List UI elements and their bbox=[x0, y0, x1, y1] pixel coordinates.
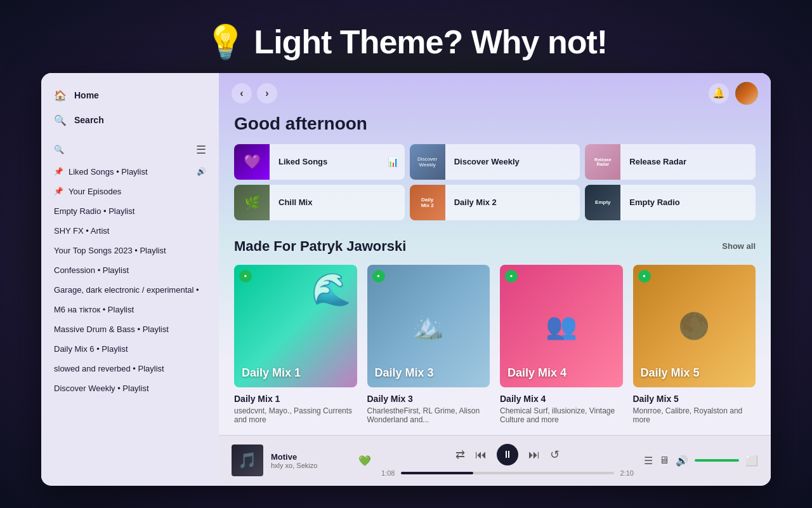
sidebar-nav: 🏠 Home 🔍 Search bbox=[41, 73, 219, 138]
forward-button[interactable]: › bbox=[257, 83, 277, 104]
daily-mix-card-1[interactable]: ● Daily Mix 1 🌊 Daily Mix 1 usedcvnt, Ma… bbox=[234, 265, 357, 425]
sidebar-search-label: Search bbox=[74, 115, 104, 125]
current-time: 1:08 bbox=[381, 469, 395, 477]
show-all-button[interactable]: Show all bbox=[722, 241, 756, 251]
home-icon: 🏠 bbox=[54, 90, 67, 102]
playlist-label: Massive Drum & Bass • Playlist bbox=[54, 324, 169, 334]
progress-bar[interactable] bbox=[401, 472, 613, 474]
card-label: Daily Mix 2 bbox=[445, 197, 580, 207]
daily-mix-thumb-1: ● Daily Mix 1 🌊 bbox=[234, 265, 357, 388]
daily-mix-name: Daily Mix 4 bbox=[500, 394, 623, 404]
heart-button[interactable]: 💚 bbox=[358, 455, 371, 467]
daily-mix-name: Daily Mix 1 bbox=[234, 394, 357, 404]
sidebar-item-garage-dark[interactable]: Garage, dark electronic / experimental • bbox=[41, 280, 219, 300]
sidebar-item-massive-drum[interactable]: Massive Drum & Bass • Playlist bbox=[41, 319, 219, 339]
library-search-icon: 🔍 bbox=[54, 145, 64, 154]
card-label: Chill Mix bbox=[270, 197, 405, 207]
next-button[interactable]: ⏭ bbox=[528, 448, 540, 462]
app-window: 🏠 Home 🔍 Search 🔍 ☰ bbox=[41, 73, 771, 486]
playlist-label: Discover Weekly • Playlist bbox=[54, 384, 149, 393]
playlist-label: Garage, dark electronic / experimental • bbox=[54, 285, 199, 295]
library-search[interactable]: 🔍 bbox=[54, 145, 64, 154]
player-track-artist: hxly xo, Sekizo bbox=[271, 462, 351, 469]
bg-visual: 👥 bbox=[500, 265, 623, 388]
card-thumb-chill: 🌿 bbox=[234, 185, 270, 220]
topbar-right: 🔔 bbox=[709, 82, 758, 105]
title-area: 💡 Light Theme? Why not! bbox=[205, 23, 607, 62]
notification-button[interactable]: 🔔 bbox=[709, 83, 729, 104]
sidebar-library: 🔍 ☰ 📌 Liked Songs • Playlist 🔊 📌 Your Ep… bbox=[41, 138, 219, 486]
card-label: Discover Weekly bbox=[445, 157, 580, 166]
quick-card-liked-songs[interactable]: 💜 Liked Songs 📊 bbox=[234, 144, 405, 180]
player-buttons: ⇄ ⏮ ⏸ ⏭ ↺ bbox=[455, 444, 560, 465]
quick-card-release-radar[interactable]: ReleaseRadar Release Radar bbox=[585, 144, 756, 180]
playlist-label: Empty Radio • Playlist bbox=[54, 206, 134, 216]
volume-button[interactable]: 🔊 bbox=[676, 455, 688, 467]
main-content: ‹ › 🔔 Good afternoon � bbox=[219, 73, 771, 486]
playlist-label: М6 на тікток • Playlist bbox=[54, 305, 134, 314]
card-play-icon: 📊 bbox=[388, 157, 405, 167]
devices-button[interactable]: 🖥 bbox=[659, 455, 669, 466]
sidebar-item-daily-mix-6[interactable]: Daily Mix 6 • Playlist bbox=[41, 339, 219, 359]
library-header: 🔍 ☰ bbox=[41, 138, 219, 162]
player-progress: 1:08 2:10 bbox=[381, 469, 634, 477]
repeat-button[interactable]: ↺ bbox=[550, 448, 560, 462]
play-pause-button[interactable]: ⏸ bbox=[497, 444, 518, 465]
content-scroll: Good afternoon 💜 Liked Songs 📊 DiscoverW… bbox=[219, 114, 771, 435]
card-label: Release Radar bbox=[620, 157, 756, 166]
daily-mix-grid: ● Daily Mix 1 🌊 Daily Mix 1 usedcvnt, Ma… bbox=[234, 265, 756, 425]
daily-mix-name: Daily Mix 3 bbox=[367, 394, 490, 404]
playlist-label: Daily Mix 6 • Playlist bbox=[54, 344, 128, 354]
quick-card-discover-weekly[interactable]: DiscoverWeekly Discover Weekly bbox=[410, 144, 580, 180]
sidebar-item-slowed[interactable]: slowed and reverbed • Playlist bbox=[41, 359, 219, 378]
playlist-label: Your Top Songs 2023 • Playlist bbox=[54, 246, 166, 255]
playlist-label: Liked Songs • Playlist bbox=[69, 167, 148, 177]
sidebar-item-liked-songs[interactable]: 📌 Liked Songs • Playlist 🔊 bbox=[41, 162, 219, 182]
page-title: 💡 Light Theme? Why not! bbox=[205, 23, 607, 62]
sidebar-item-confession[interactable]: Confession • Playlist bbox=[41, 260, 219, 280]
prev-button[interactable]: ⏮ bbox=[475, 448, 487, 462]
playlist-label: Your Episodes bbox=[69, 187, 121, 196]
daily-mix-card-3[interactable]: ● Daily Mix 3 🏔️ Daily Mix 3 CharlestheF… bbox=[367, 265, 490, 425]
sidebar-item-top-2023[interactable]: Your Top Songs 2023 • Playlist bbox=[41, 241, 219, 260]
volume-bar[interactable] bbox=[695, 459, 739, 462]
fullscreen-button[interactable]: ⬜ bbox=[745, 455, 758, 467]
player-controls: ⇄ ⏮ ⏸ ⏭ ↺ 1:08 2:10 bbox=[381, 444, 634, 477]
section-header: Made For Patryk Jaworski Show all bbox=[234, 238, 756, 255]
quick-card-chill-mix[interactable]: 🌿 Chill Mix bbox=[234, 185, 405, 220]
section-title: Made For Patryk Jaworski bbox=[234, 238, 406, 255]
sidebar: 🏠 Home 🔍 Search 🔍 ☰ bbox=[41, 73, 219, 486]
daily-mix-name: Daily Mix 5 bbox=[633, 394, 756, 404]
sidebar-item-discover-weekly[interactable]: Discover Weekly • Playlist bbox=[41, 378, 219, 398]
search-icon: 🔍 bbox=[54, 114, 67, 126]
sidebar-item-search[interactable]: 🔍 Search bbox=[41, 108, 219, 133]
card-label: Liked Songs bbox=[270, 157, 388, 166]
daily-mix-thumb-3: ● Daily Mix 3 🏔️ bbox=[367, 265, 490, 388]
quick-card-daily-mix-2[interactable]: DailyMix 2 Daily Mix 2 bbox=[410, 185, 580, 220]
page-wrapper: 💡 Light Theme? Why not! 🏠 Home 🔍 Search bbox=[0, 0, 812, 508]
daily-mix-desc: Chemical Surf, illusionize, Vintage Cult… bbox=[500, 406, 623, 424]
shuffle-button[interactable]: ⇄ bbox=[455, 448, 465, 462]
quick-card-empty-radio[interactable]: Empty Empty Radio bbox=[585, 185, 756, 220]
speaker-icon: 🔊 bbox=[197, 167, 206, 176]
daily-mix-card-4[interactable]: ● Daily Mix 4 👥 Daily Mix 4 Chemical Sur… bbox=[500, 265, 623, 425]
avatar[interactable] bbox=[735, 82, 758, 105]
sidebar-item-m6-tiktok[interactable]: М6 на тікток • Playlist bbox=[41, 300, 219, 319]
topbar-left: ‹ › bbox=[232, 83, 277, 104]
sidebar-item-empty-radio[interactable]: Empty Radio • Playlist bbox=[41, 201, 219, 221]
app-body: 🏠 Home 🔍 Search 🔍 ☰ bbox=[41, 73, 771, 486]
daily-mix-card-5[interactable]: ● Daily Mix 5 🌑 Daily Mix 5 Monrroe, Cal… bbox=[633, 265, 756, 425]
sidebar-item-your-episodes[interactable]: 📌 Your Episodes bbox=[41, 182, 219, 201]
sidebar-item-shy-fx[interactable]: SHY FX • Artist bbox=[41, 221, 219, 241]
sidebar-item-home[interactable]: 🏠 Home bbox=[41, 83, 219, 108]
queue-button[interactable]: ☰ bbox=[644, 455, 653, 467]
player-thumb: 🎵 bbox=[232, 444, 263, 476]
daily-mix-desc: CharlestheFirst, RL Grime, Alison Wonder… bbox=[367, 406, 490, 424]
library-menu-icon[interactable]: ☰ bbox=[196, 143, 206, 157]
daily-mix-thumb-4: ● Daily Mix 4 👥 bbox=[500, 265, 623, 388]
pin-icon: 📌 bbox=[54, 167, 63, 176]
card-thumb-liked: 💜 bbox=[234, 144, 270, 180]
playlist-label: Confession • Playlist bbox=[54, 265, 129, 275]
back-button[interactable]: ‹ bbox=[232, 83, 252, 104]
pin-icon: 📌 bbox=[54, 187, 63, 196]
